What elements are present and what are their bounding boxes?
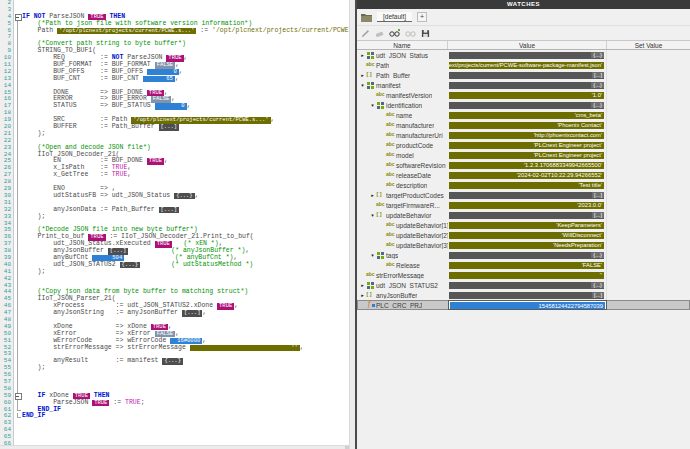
- watch-row-strErrorMessage[interactable]: strErrorMessage'': [357, 270, 690, 280]
- watch-set-value-cell[interactable]: [607, 170, 690, 180]
- watch-value-cell[interactable]: '2024-02-02T10:22:29.94266552': [448, 170, 607, 180]
- watch-value-cell[interactable]: {...}: [448, 250, 607, 260]
- watch-value-cell[interactable]: {...}: [448, 50, 607, 60]
- watch-value-cell[interactable]: {...}: [448, 100, 607, 110]
- collapse-icon[interactable]: ▾: [359, 82, 366, 88]
- watch-value-cell[interactable]: 'Test title': [448, 180, 607, 190]
- watch-value-cell[interactable]: 'KeepParameters': [448, 220, 607, 230]
- watch-value-cell[interactable]: [...]: [448, 210, 607, 220]
- pencil-icon[interactable]: [361, 29, 370, 38]
- watch-value-cell[interactable]: 'FALSE': [448, 260, 607, 270]
- watch-row-releaseDate[interactable]: releaseDate'2024-02-02T10:22:29.94266552…: [357, 170, 690, 180]
- watch-set-value-cell[interactable]: [607, 110, 690, 120]
- collapse-icon[interactable]: ▾: [369, 252, 376, 258]
- watch-set-value-cell[interactable]: [607, 290, 690, 300]
- watch-set-value-cell[interactable]: [607, 140, 690, 150]
- watch-value-cell[interactable]: '1.0': [448, 90, 607, 100]
- watch-value-cell[interactable]: {...}: [448, 80, 607, 90]
- watch-row-udt_JSON_STATUS2[interactable]: ▸udt_JSON_STATUS2{...}: [357, 280, 690, 290]
- watch-value-cell[interactable]: [...]: [448, 70, 607, 80]
- watch-value-cell[interactable]: '2023.0.0': [448, 200, 607, 210]
- watch-row-udt_JSON_Status[interactable]: ▸udt_JSON_Status{...}: [357, 50, 690, 60]
- watch-set-value-cell[interactable]: [607, 70, 690, 80]
- watch-set-value-cell[interactable]: [607, 60, 690, 70]
- add-watch-tab-button[interactable]: +: [417, 12, 427, 22]
- watch-set-value-cell[interactable]: [607, 130, 690, 140]
- watch-set-value-cell[interactable]: [607, 210, 690, 220]
- watch-set-value-cell[interactable]: [607, 90, 690, 100]
- watch-row-identification[interactable]: ▾identification{...}: [357, 100, 690, 110]
- watch-value-cell[interactable]: 'PLCnext Engineer project': [448, 150, 607, 160]
- watch-row-name[interactable]: name'cms_beta': [357, 110, 690, 120]
- watch-value-cell[interactable]: {...}: [448, 280, 607, 290]
- column-header-value[interactable]: Value: [448, 41, 607, 49]
- watch-set-value-cell[interactable]: [607, 260, 690, 270]
- watch-value-cell[interactable]: 'http://phoenixcontact.com': [448, 130, 607, 140]
- watch-set-value-cell[interactable]: [607, 230, 690, 240]
- collapse-icon[interactable]: ▾: [369, 212, 376, 218]
- watch-row-updateBehavior[1][interactable]: updateBehavior[1]'KeepParameters': [357, 220, 690, 230]
- watch-set-value-cell[interactable]: [607, 270, 690, 280]
- horizontal-scrollbar[interactable]: [0, 445, 349, 449]
- watch-value-cell[interactable]: 'WillDisconnect': [448, 230, 607, 240]
- watch-row-updateBehavior[interactable]: ▾updateBehavior[...]: [357, 210, 690, 220]
- watch-row-manifestVersion[interactable]: manifestVersion'1.0': [357, 90, 690, 100]
- fold-toggle-icon[interactable]: [14, 393, 22, 400]
- watch-set-value-cell[interactable]: [607, 280, 690, 290]
- watch-row-Path[interactable]: Path'/opt/plcnext/projects/current/PCWE-…: [357, 60, 690, 70]
- save-icon[interactable]: [421, 29, 430, 38]
- add-watch-icon[interactable]: [389, 29, 400, 38]
- watch-value-cell[interactable]: '': [448, 270, 607, 280]
- watch-row-Path_Buffer[interactable]: ▸Path_Buffer[...]: [357, 70, 690, 80]
- watch-value-cell[interactable]: 'PLCnext Engineer project': [448, 140, 607, 150]
- watch-set-value-cell[interactable]: [607, 300, 690, 310]
- expand-icon[interactable]: ▸: [359, 292, 366, 298]
- watch-value-cell[interactable]: 'Phoenix Contact': [448, 120, 607, 130]
- watch-set-value-cell[interactable]: [607, 180, 690, 190]
- watch-row-description[interactable]: description'Test title': [357, 180, 690, 190]
- watch-value-cell[interactable]: [...]: [448, 190, 607, 200]
- watch-row-targetFirmwareR...[interactable]: targetFirmwareR...'2023.0.0': [357, 200, 690, 210]
- watch-row-targetProductCodes[interactable]: ▸targetProductCodes[...]: [357, 190, 690, 200]
- watch-set-value-cell[interactable]: [607, 240, 690, 250]
- watch-set-value-cell[interactable]: [607, 190, 690, 200]
- watch-set-value-cell[interactable]: [607, 120, 690, 130]
- watch-row-manufacturerUri[interactable]: manufacturerUri'http://phoenixcontact.co…: [357, 130, 690, 140]
- find-watch-icon[interactable]: [405, 29, 416, 38]
- watch-row-model[interactable]: model'PLCnext Engineer project': [357, 150, 690, 160]
- watch-set-value-cell[interactable]: [607, 220, 690, 230]
- watch-row-manifest[interactable]: ▾manifest{...}: [357, 80, 690, 90]
- watch-row-tags[interactable]: ▾tags{...}: [357, 250, 690, 260]
- expand-icon[interactable]: ▸: [359, 282, 366, 288]
- eraser-icon[interactable]: [375, 29, 384, 38]
- watch-row-PLC_CRC_PRJ[interactable]: PLC_CRC_PRJ15458124422794587039: [357, 300, 690, 310]
- watch-row-Release[interactable]: Release'FALSE': [357, 260, 690, 270]
- watch-value-cell[interactable]: '1.2.3.1706883349942665500': [448, 160, 607, 170]
- watch-set-value-cell[interactable]: [607, 100, 690, 110]
- watch-row-productCode[interactable]: productCode'PLCnext Engineer project': [357, 140, 690, 150]
- watch-row-softwareRevision[interactable]: softwareRevision'1.2.3.17068833499426655…: [357, 160, 690, 170]
- code-editor[interactable]: 234IF NOT ParseJSON TRUE THEN5 (*Path to…: [0, 0, 349, 449]
- watch-value-cell[interactable]: [...]: [448, 290, 607, 300]
- watch-set-value-cell[interactable]: [607, 50, 690, 60]
- watch-row-manufacturer[interactable]: manufacturer'Phoenix Contact': [357, 120, 690, 130]
- expand-icon[interactable]: ▸: [359, 52, 366, 58]
- watch-row-anyJsonBuffer[interactable]: ▸anyJsonBuffer[...]: [357, 290, 690, 300]
- watch-tab-default[interactable]: [default]: [377, 12, 412, 22]
- column-header-name[interactable]: Name: [357, 41, 448, 49]
- watch-value-cell[interactable]: 'NeedsPreparation': [448, 240, 607, 250]
- watch-value-cell[interactable]: 'cms_beta': [448, 110, 607, 120]
- column-header-set-value[interactable]: Set Value: [607, 41, 690, 49]
- watch-set-value-cell[interactable]: [607, 150, 690, 160]
- watch-row-updateBehavior[3][interactable]: updateBehavior[3]'NeedsPreparation': [357, 240, 690, 250]
- fold-toggle-icon[interactable]: [14, 14, 22, 21]
- expand-icon[interactable]: ▸: [359, 72, 366, 78]
- watch-set-value-cell[interactable]: [607, 250, 690, 260]
- watch-row-updateBehavior[2][interactable]: updateBehavior[2]'WillDisconnect': [357, 230, 690, 240]
- watch-set-value-cell[interactable]: [607, 160, 690, 170]
- watch-value-cell[interactable]: 15458124422794587039: [448, 300, 607, 310]
- watch-value-cell[interactable]: '/opt/plcnext/projects/current/PCWE-soft…: [448, 60, 607, 70]
- collapse-icon[interactable]: ▾: [369, 102, 376, 108]
- expand-icon[interactable]: ▸: [369, 192, 376, 198]
- watch-set-value-cell[interactable]: [607, 200, 690, 210]
